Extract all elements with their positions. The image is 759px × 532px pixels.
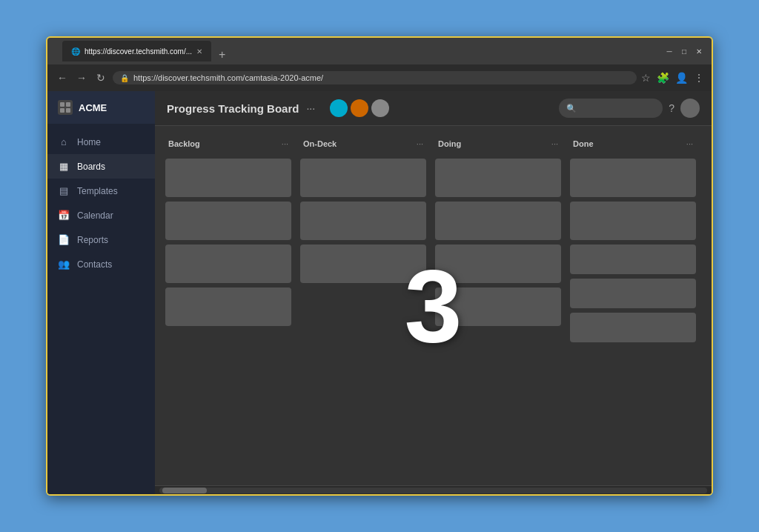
- tab-label: https://discover.techsmith.com/...: [84, 47, 192, 56]
- sidebar-item-calendar-label: Calendar: [77, 210, 113, 221]
- header-right: 🔍 ?: [559, 99, 700, 118]
- column-menu-on-deck[interactable]: ···: [417, 139, 423, 148]
- templates-icon: ▤: [58, 185, 70, 196]
- sidebar-item-templates-label: Templates: [77, 186, 118, 196]
- logo-icon: [58, 100, 73, 115]
- browser-titlebar: 🌐 https://discover.techsmith.com/... ✕ +…: [47, 38, 712, 64]
- card-on-deck-2[interactable]: [300, 202, 426, 240]
- browser-window: 🌐 https://discover.techsmith.com/... ✕ +…: [46, 36, 713, 496]
- browser-toolbar: ← → ↻ 🔒 https://discover.techsmith.com/c…: [47, 64, 712, 91]
- window-controls: ─ □ ✕: [664, 46, 704, 56]
- logo-text: ACME: [79, 102, 107, 113]
- card-done-5[interactable]: [570, 313, 696, 342]
- scrollbar-thumb[interactable]: [162, 488, 207, 493]
- board-column-done: Done ···: [570, 136, 696, 475]
- app-content: ACME ⌂ Home ▦ Boards ▤ Templates: [47, 91, 712, 494]
- tab-favicon: 🌐: [71, 47, 80, 56]
- tab-bar: 🌐 https://discover.techsmith.com/... ✕ +: [55, 41, 237, 61]
- address-bar[interactable]: 🔒 https://discover.techsmith.com/camtasi…: [113, 71, 637, 84]
- refresh-button[interactable]: ↻: [93, 72, 108, 84]
- desktop: 🌐 https://discover.techsmith.com/... ✕ +…: [0, 0, 759, 532]
- lock-icon: 🔒: [120, 74, 129, 82]
- card-backlog-1[interactable]: [165, 159, 291, 197]
- profile-icon[interactable]: 👤: [675, 72, 688, 84]
- column-header-on-deck: On-Deck ···: [300, 136, 426, 154]
- sidebar-item-reports-label: Reports: [77, 235, 108, 245]
- sidebar-item-boards[interactable]: ▦ Boards: [47, 154, 155, 179]
- sidebar-item-home-label: Home: [77, 137, 101, 147]
- help-icon[interactable]: ?: [669, 102, 675, 114]
- column-header-done: Done ···: [570, 136, 696, 154]
- menu-icon[interactable]: ⋮: [694, 72, 704, 84]
- maximize-button[interactable]: □: [679, 46, 689, 56]
- reports-icon: 📄: [58, 234, 70, 245]
- card-on-deck-3[interactable]: [300, 245, 426, 283]
- logo-sq-3: [60, 108, 64, 113]
- column-title-done: Done: [573, 139, 594, 148]
- card-backlog-3[interactable]: [165, 245, 291, 283]
- card-done-2[interactable]: [570, 202, 696, 240]
- board-avatars: [330, 99, 389, 117]
- avatar-2: [351, 99, 368, 117]
- search-icon: 🔍: [566, 104, 577, 113]
- board-menu-dots[interactable]: ···: [306, 102, 315, 114]
- contacts-icon: 👥: [58, 259, 70, 270]
- column-title-on-deck: On-Deck: [303, 139, 337, 148]
- forward-button[interactable]: →: [74, 72, 89, 84]
- scrollbar-track: [159, 488, 707, 493]
- bottom-scrollbar[interactable]: [155, 485, 712, 494]
- card-backlog-2[interactable]: [165, 202, 291, 240]
- browser-tab-active[interactable]: 🌐 https://discover.techsmith.com/... ✕: [62, 41, 211, 61]
- sidebar-nav: ⌂ Home ▦ Boards ▤ Templates 📅 Calendar: [47, 124, 155, 494]
- logo-squares: [60, 102, 70, 113]
- url-text: https://discover.techsmith.com/camtasia-…: [133, 73, 323, 82]
- main-content: Progress Tracking Board ··· 🔍 ?: [155, 91, 712, 494]
- minimize-button[interactable]: ─: [664, 46, 675, 56]
- card-on-deck-1[interactable]: [300, 159, 426, 197]
- card-doing-2[interactable]: [435, 202, 561, 240]
- sidebar-item-boards-label: Boards: [77, 162, 105, 172]
- column-title-backlog: Backlog: [168, 139, 200, 148]
- column-menu-done[interactable]: ···: [686, 139, 693, 148]
- board-area: Backlog ··· On-Deck ···: [155, 126, 712, 485]
- avatar-1: [330, 99, 348, 117]
- sidebar-item-templates[interactable]: ▤ Templates: [47, 179, 155, 203]
- home-icon: ⌂: [58, 136, 70, 147]
- card-done-3[interactable]: [570, 245, 696, 274]
- sidebar-item-contacts-label: Contacts: [77, 259, 112, 270]
- column-header-doing: Doing ···: [435, 136, 561, 154]
- bookmark-icon[interactable]: ☆: [641, 72, 651, 84]
- logo-sq-1: [60, 102, 64, 107]
- new-tab-button[interactable]: +: [214, 48, 230, 61]
- browser-chrome: 🌐 https://discover.techsmith.com/... ✕ +…: [47, 38, 712, 91]
- board-column-doing: Doing ···: [435, 136, 561, 475]
- back-button[interactable]: ←: [55, 72, 70, 84]
- card-doing-1[interactable]: [435, 159, 561, 197]
- extensions-icon[interactable]: 🧩: [657, 72, 669, 84]
- card-backlog-4[interactable]: [165, 287, 291, 326]
- calendar-icon: 📅: [58, 210, 70, 221]
- sidebar-item-calendar[interactable]: 📅 Calendar: [47, 203, 155, 227]
- tab-close-button[interactable]: ✕: [196, 47, 202, 56]
- board-header: Progress Tracking Board ··· 🔍 ?: [155, 91, 712, 126]
- board-column-on-deck: On-Deck ···: [300, 136, 426, 475]
- board-title: Progress Tracking Board: [167, 102, 299, 115]
- toolbar-actions: ☆ 🧩 👤 ⋮: [641, 72, 704, 84]
- card-doing-3[interactable]: [435, 245, 561, 283]
- column-menu-backlog[interactable]: ···: [282, 139, 288, 148]
- card-done-1[interactable]: [570, 159, 696, 197]
- sidebar-item-home[interactable]: ⌂ Home: [47, 130, 155, 154]
- sidebar-logo: ACME: [47, 91, 155, 124]
- board-column-backlog: Backlog ···: [165, 136, 291, 475]
- sidebar-item-contacts[interactable]: 👥 Contacts: [47, 252, 155, 276]
- user-avatar[interactable]: [680, 99, 700, 118]
- header-search[interactable]: 🔍: [559, 99, 663, 118]
- column-header-backlog: Backlog ···: [165, 136, 291, 154]
- column-menu-doing[interactable]: ···: [551, 139, 558, 148]
- logo-sq-2: [66, 102, 70, 107]
- close-button[interactable]: ✕: [694, 46, 704, 56]
- card-doing-4[interactable]: [435, 287, 561, 326]
- card-done-4[interactable]: [570, 279, 696, 308]
- sidebar: ACME ⌂ Home ▦ Boards ▤ Templates: [47, 91, 155, 494]
- sidebar-item-reports[interactable]: 📄 Reports: [47, 227, 155, 252]
